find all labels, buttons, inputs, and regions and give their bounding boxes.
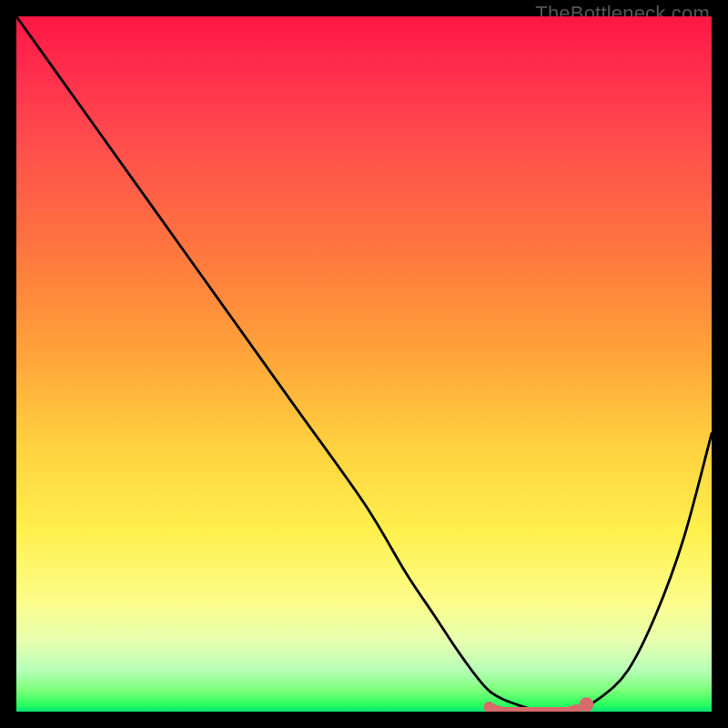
chart-frame xyxy=(16,16,712,712)
chart-gradient-background xyxy=(16,16,712,712)
